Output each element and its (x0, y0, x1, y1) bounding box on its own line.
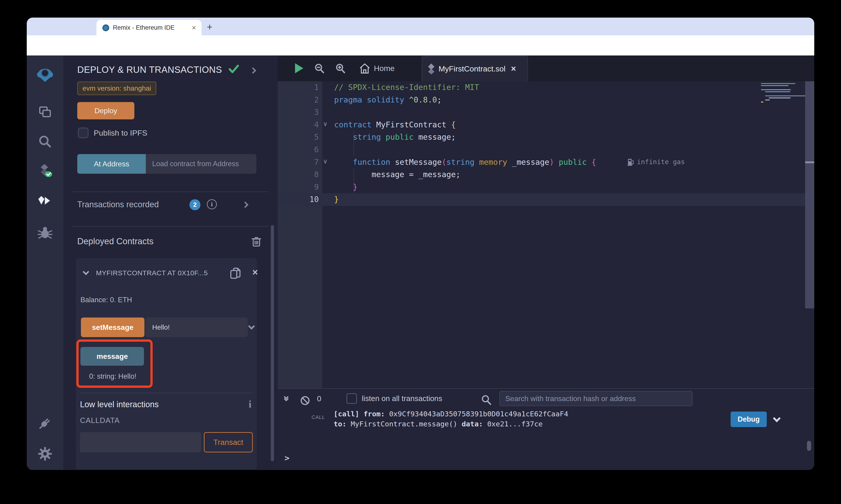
remix-favicon (102, 24, 109, 31)
terminal-scrollbar[interactable] (807, 441, 811, 451)
zoom-in-icon[interactable] (335, 63, 346, 74)
browser-tabstrip: Remix - Ethereum IDE × + (27, 18, 814, 35)
calldata-input[interactable] (80, 432, 201, 452)
message-button[interactable]: message (81, 347, 144, 366)
log-line: to: MyFirstContract.message() data: 0xe2… (334, 419, 568, 429)
gas-estimate: infinite gas (627, 158, 685, 166)
set-message-expand-icon[interactable] (248, 323, 255, 330)
code-editor[interactable]: 1// SPDX-License-Identifier: MIT2pragma … (278, 81, 814, 388)
fold-icon[interactable]: ∨ (323, 158, 328, 165)
code-line: 3 (278, 106, 814, 119)
solidity-compiler-icon[interactable] (37, 163, 53, 179)
message-output: 0: string: Hello! (89, 372, 136, 380)
trash-icon[interactable] (251, 236, 262, 247)
listen-label[interactable]: listen on all transactions (362, 394, 442, 403)
terminal-search-input[interactable]: Search with transaction hash or address (499, 391, 692, 406)
terminal-search-icon (481, 394, 492, 406)
at-address-input[interactable]: Load contract from Address (146, 154, 256, 174)
panel-scrollbar[interactable] (271, 225, 274, 461)
call-tag: CALL (311, 414, 325, 420)
calldata-label: CALLDATA (80, 416, 120, 425)
gas-pump-icon (627, 158, 634, 166)
at-address-button[interactable]: At Address (77, 154, 146, 174)
code-line: 10} (278, 193, 814, 206)
code-lines: 1// SPDX-License-Identifier: MIT2pragma … (278, 81, 814, 206)
editor-tabbar: Home MyFirstContract.sol × (278, 55, 814, 81)
code-line: 9 } (278, 181, 814, 194)
tab-file-label: MyFirstContract.sol (439, 65, 505, 73)
tab-file-close-icon[interactable]: × (511, 64, 516, 74)
deployed-contract-card: MYFIRSTCONTRACT AT 0X10F...5 × Balance: … (76, 258, 257, 469)
contract-collapse-icon[interactable] (83, 269, 89, 275)
code-line: 8 message = _message; (278, 168, 814, 181)
log-line: [call] from: 0x9Cf934043aD350758391b0D01… (334, 409, 568, 419)
card-divider (80, 393, 253, 393)
terminal-log[interactable]: [call] from: 0x9Cf934043aD350758391b0D01… (334, 409, 568, 429)
solidity-file-icon (427, 63, 435, 75)
run-script-icon[interactable] (294, 62, 304, 74)
home-icon (359, 62, 371, 74)
gas-estimate-label: infinite gas (637, 158, 685, 166)
debugger-icon[interactable] (37, 224, 53, 240)
deploy-run-panel: DEPLOY & RUN TRANSACTIONS evm version: s… (63, 55, 278, 470)
deploy-run-icon[interactable] (37, 194, 53, 210)
settings-gear-icon[interactable] (37, 446, 53, 462)
fold-icon[interactable]: ∨ (323, 120, 328, 128)
transact-button[interactable]: Transact (204, 432, 253, 452)
panel-divider (72, 192, 269, 192)
editor-column: Home MyFirstContract.sol × 1// SPDX-Lice… (278, 55, 814, 470)
terminal-prompt[interactable]: > (285, 453, 290, 463)
browser-tab[interactable]: Remix - Ethereum IDE × (97, 20, 202, 35)
deployed-contracts-label: Deployed Contracts (77, 236, 154, 246)
panel-next-icon[interactable] (250, 67, 256, 74)
editor-minimap[interactable] (761, 83, 804, 104)
log-expand-icon[interactable] (773, 415, 781, 422)
balance-label: Balance: 0. ETH (81, 296, 132, 304)
tx-recorded-label: Transactions recorded (77, 200, 159, 209)
icon-rail (27, 55, 63, 470)
contract-close-icon[interactable]: × (252, 267, 258, 278)
code-line: 2pragma solidity ^0.8.0; (278, 94, 814, 106)
clear-console-icon[interactable] (299, 395, 311, 406)
terminal: 0 listen on all transactions Search with… (278, 388, 814, 470)
zoom-out-icon[interactable] (314, 63, 325, 74)
evm-version-badge: evm version: shanghai (77, 82, 156, 95)
code-line: 7∨ function setMessage(string memory _me… (278, 156, 814, 169)
browser-toolbar: remix.ethereum.org/#lang=en&optimize=fal… (27, 35, 814, 55)
check-icon (228, 65, 239, 74)
code-line: 1// SPDX-License-Identifier: MIT (278, 81, 814, 94)
file-explorer-icon[interactable] (37, 104, 53, 120)
new-tab-button[interactable]: + (207, 23, 212, 31)
tab-close-icon[interactable]: × (192, 23, 196, 32)
code-line: 6 (278, 144, 814, 156)
panel-title-text: DEPLOY & RUN TRANSACTIONS (77, 65, 222, 75)
publish-ipfs-label[interactable]: Publish to IPFS (94, 128, 147, 138)
code-line: 4∨contract MyFirstContract { (278, 119, 814, 131)
terminal-collapse-icon[interactable] (285, 395, 288, 404)
remix-logo-icon[interactable] (37, 67, 53, 83)
deploy-button[interactable]: Deploy (77, 102, 134, 120)
plugin-manager-icon[interactable] (37, 415, 53, 431)
editor-scrollbar[interactable] (805, 81, 814, 308)
debug-button[interactable]: Debug (731, 412, 767, 427)
low-level-info-icon[interactable]: i (248, 398, 252, 410)
tab-file-active[interactable]: MyFirstContract.sol × (422, 56, 528, 81)
set-message-input[interactable]: Hello! (145, 318, 248, 337)
low-level-label: Low level interactions (80, 400, 159, 409)
tab-title: Remix - Ethereum IDE (113, 24, 175, 31)
tab-home-label: Home (374, 64, 395, 73)
tx-info-icon[interactable]: i (207, 199, 217, 209)
copy-icon[interactable] (229, 267, 241, 280)
tx-count-badge: 2 (189, 199, 201, 210)
panel-divider (72, 226, 269, 227)
search-icon[interactable] (37, 134, 53, 150)
tab-home[interactable]: Home (359, 55, 395, 81)
remix-app: DEPLOY & RUN TRANSACTIONS evm version: s… (27, 55, 814, 470)
contract-instance-label[interactable]: MYFIRSTCONTRACT AT 0X10F...5 (96, 269, 224, 277)
set-message-button[interactable]: setMessage (81, 318, 144, 337)
browser-window: Remix - Ethereum IDE × + remix.ethereum.… (27, 18, 814, 470)
publish-ipfs-checkbox[interactable] (78, 128, 88, 138)
tx-expand-icon[interactable] (242, 201, 248, 208)
listen-checkbox[interactable] (346, 393, 357, 404)
pending-tx-count: 0 (317, 394, 321, 403)
